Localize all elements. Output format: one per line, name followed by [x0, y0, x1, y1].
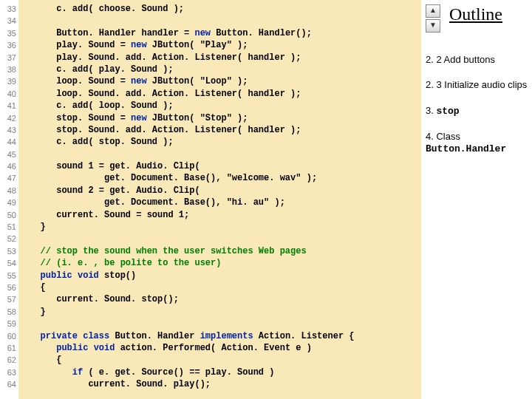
line-number: 43 [0, 124, 16, 136]
line-number: 63 [0, 366, 16, 378]
code-line: current. Sound = sound 1; [24, 209, 355, 221]
code-line: // stop the sound when the user switches… [24, 245, 355, 257]
code-line [24, 233, 355, 245]
code-line: current. Sound. play(); [24, 378, 355, 390]
code-line: play. Sound = new JButton( "Play" ); [24, 39, 355, 51]
line-number: 52 [0, 233, 16, 245]
code-line: c. add( stop. Sound ); [24, 136, 355, 148]
line-number: 39 [0, 75, 16, 87]
line-number: 40 [0, 88, 16, 100]
line-number: 38 [0, 64, 16, 75]
code-line: get. Document. Base(), "hi. au" ); [24, 197, 355, 208]
code-line: loop. Sound = new JButton( "Loop" ); [24, 75, 355, 87]
line-number: 58 [0, 306, 16, 318]
line-number: 41 [0, 100, 16, 112]
line-number: 42 [0, 112, 16, 124]
code-area: 3334353637383940414243444546474849505152… [0, 0, 421, 399]
code-line: private class Button. Handler implements… [24, 330, 355, 342]
line-number: 49 [0, 197, 16, 208]
line-number: 37 [0, 52, 16, 64]
line-number: 50 [0, 209, 16, 221]
line-number: 59 [0, 318, 16, 330]
code-line: c. add( loop. Sound ); [24, 100, 355, 112]
code-line: stop. Sound = new JButton( "Stop" ); [24, 112, 355, 124]
line-number: 60 [0, 330, 16, 342]
code-line: c. add( play. Sound ); [24, 64, 355, 75]
line-number: 53 [0, 245, 16, 257]
code-line: // (i. e. , be polite to the user) [24, 257, 355, 269]
line-number: 34 [0, 15, 16, 27]
code-line [24, 15, 355, 27]
code-line: sound 1 = get. Audio. Clip( [24, 160, 355, 172]
code-line: current. Sound. stop(); [24, 293, 355, 305]
outline-notes: 2. 2 Add buttons2. 3 Initialize audio cl… [426, 54, 532, 155]
code-line [24, 318, 355, 330]
code-line: { [24, 354, 355, 366]
outline-note: 4. Class Button.Handler [426, 131, 532, 156]
code-line: public void action. Performed( Action. E… [24, 342, 355, 354]
line-number: 61 [0, 342, 16, 354]
code-line: Button. Handler handler = new Button. Ha… [24, 27, 355, 39]
line-number: 44 [0, 136, 16, 148]
outline-note: 3. stop [426, 105, 532, 117]
code-line: } [24, 306, 355, 318]
outline-note: 2. 3 Initialize audio clips [426, 79, 532, 91]
line-number: 55 [0, 270, 16, 282]
line-number: 51 [0, 221, 16, 233]
line-number: 48 [0, 185, 16, 197]
code-content: c. add( choose. Sound ); Button. Handler… [18, 0, 355, 399]
line-number: 57 [0, 293, 16, 305]
code-line: sound 2 = get. Audio. Clip( [24, 185, 355, 197]
code-line: c. add( choose. Sound ); [24, 3, 355, 15]
line-number: 46 [0, 160, 16, 172]
line-number: 47 [0, 172, 16, 184]
code-line [24, 149, 355, 160]
line-number: 64 [0, 378, 16, 390]
line-number: 36 [0, 39, 16, 51]
sidebar: ▲ ▼ Outline 2. 2 Add buttons2. 3 Initial… [421, 0, 532, 399]
code-line: public void stop() [24, 270, 355, 282]
line-number: 62 [0, 354, 16, 366]
code-line: { [24, 282, 355, 293]
line-number: 45 [0, 149, 16, 160]
line-number: 33 [0, 3, 16, 15]
line-number: 35 [0, 27, 16, 39]
outline-note: 2. 2 Add buttons [426, 54, 532, 66]
code-line: play. Sound. add. Action. Listener( hand… [24, 52, 355, 64]
code-line: stop. Sound. add. Action. Listener( hand… [24, 124, 355, 136]
line-number: 54 [0, 257, 16, 269]
arrow-up-button[interactable]: ▲ [426, 4, 440, 18]
outline-title: Outline [449, 4, 532, 24]
code-line: } [24, 221, 355, 233]
arrow-down-button[interactable]: ▼ [426, 19, 440, 33]
code-line: get. Document. Base(), "welcome. wav" ); [24, 172, 355, 184]
line-number-gutter: 3334353637383940414243444546474849505152… [0, 0, 18, 399]
line-number: 56 [0, 282, 16, 293]
code-line: if ( e. get. Source() == play. Sound ) [24, 366, 355, 378]
code-line: loop. Sound. add. Action. Listener( hand… [24, 88, 355, 100]
